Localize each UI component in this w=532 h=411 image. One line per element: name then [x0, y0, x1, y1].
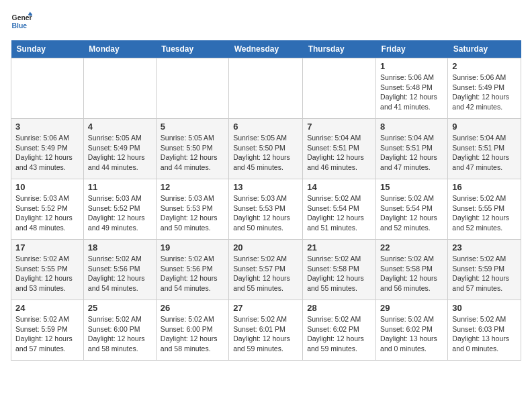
day-info: Sunrise: 5:02 AM Sunset: 5:59 PM Dayligh…	[452, 254, 517, 293]
weekday-friday: Friday	[376, 40, 448, 58]
day-number: 6	[233, 122, 298, 132]
day-number: 22	[380, 242, 443, 253]
calendar-cell: 1Sunrise: 5:06 AM Sunset: 5:48 PM Daylig…	[376, 58, 448, 119]
day-info: Sunrise: 5:02 AM Sunset: 5:56 PM Dayligh…	[161, 254, 224, 293]
logo-icon: General Blue	[11, 11, 32, 32]
weekday-tuesday: Tuesday	[156, 40, 228, 58]
day-number: 5	[161, 122, 224, 132]
calendar-cell	[229, 58, 303, 119]
day-info: Sunrise: 5:02 AM Sunset: 6:01 PM Dayligh…	[233, 314, 298, 354]
day-number: 18	[88, 242, 152, 253]
day-info: Sunrise: 5:04 AM Sunset: 5:51 PM Dayligh…	[452, 133, 517, 173]
calendar-cell: 7Sunrise: 5:04 AM Sunset: 5:51 PM Daylig…	[303, 119, 376, 179]
calendar-table: SundayMondayTuesdayWednesdayThursdayFrid…	[11, 40, 521, 361]
day-info: Sunrise: 5:06 AM Sunset: 5:49 PM Dayligh…	[15, 133, 79, 173]
calendar-cell: 24Sunrise: 5:02 AM Sunset: 5:59 PM Dayli…	[11, 300, 84, 361]
calendar-cell: 22Sunrise: 5:02 AM Sunset: 5:58 PM Dayli…	[376, 240, 448, 300]
day-number: 21	[307, 242, 371, 253]
calendar-cell	[83, 58, 156, 119]
day-number: 16	[452, 182, 517, 192]
day-number: 1	[380, 61, 443, 71]
calendar-cell: 17Sunrise: 5:02 AM Sunset: 5:55 PM Dayli…	[11, 240, 84, 300]
day-info: Sunrise: 5:03 AM Sunset: 5:52 PM Dayligh…	[15, 193, 79, 233]
calendar-cell: 29Sunrise: 5:02 AM Sunset: 6:02 PM Dayli…	[376, 300, 448, 361]
calendar-cell: 19Sunrise: 5:02 AM Sunset: 5:56 PM Dayli…	[156, 240, 228, 300]
calendar-week-4: 17Sunrise: 5:02 AM Sunset: 5:55 PM Dayli…	[11, 240, 521, 300]
calendar-cell: 21Sunrise: 5:02 AM Sunset: 5:58 PM Dayli…	[303, 240, 376, 300]
day-info: Sunrise: 5:04 AM Sunset: 5:51 PM Dayligh…	[380, 133, 443, 173]
day-number: 20	[233, 242, 298, 253]
calendar-cell: 8Sunrise: 5:04 AM Sunset: 5:51 PM Daylig…	[376, 119, 448, 179]
svg-text:Blue: Blue	[12, 22, 28, 30]
day-info: Sunrise: 5:02 AM Sunset: 5:55 PM Dayligh…	[15, 254, 79, 293]
day-number: 3	[15, 122, 79, 132]
day-number: 25	[88, 303, 152, 313]
day-number: 19	[161, 242, 224, 253]
calendar-cell: 16Sunrise: 5:02 AM Sunset: 5:55 PM Dayli…	[448, 179, 521, 240]
calendar-cell: 3Sunrise: 5:06 AM Sunset: 5:49 PM Daylig…	[11, 119, 84, 179]
day-info: Sunrise: 5:03 AM Sunset: 5:53 PM Dayligh…	[161, 193, 224, 233]
calendar-cell: 26Sunrise: 5:02 AM Sunset: 6:00 PM Dayli…	[156, 300, 228, 361]
day-number: 2	[452, 61, 517, 71]
calendar-cell: 2Sunrise: 5:06 AM Sunset: 5:49 PM Daylig…	[448, 58, 521, 119]
day-info: Sunrise: 5:03 AM Sunset: 5:52 PM Dayligh…	[88, 193, 152, 233]
page-header: General Blue	[11, 11, 521, 32]
day-info: Sunrise: 5:02 AM Sunset: 6:02 PM Dayligh…	[307, 314, 371, 354]
day-info: Sunrise: 5:02 AM Sunset: 5:56 PM Dayligh…	[88, 254, 152, 293]
calendar-week-2: 3Sunrise: 5:06 AM Sunset: 5:49 PM Daylig…	[11, 119, 521, 179]
calendar-cell: 15Sunrise: 5:02 AM Sunset: 5:54 PM Dayli…	[376, 179, 448, 240]
day-number: 13	[233, 182, 298, 192]
calendar-cell: 6Sunrise: 5:05 AM Sunset: 5:50 PM Daylig…	[229, 119, 303, 179]
calendar-cell: 18Sunrise: 5:02 AM Sunset: 5:56 PM Dayli…	[83, 240, 156, 300]
day-info: Sunrise: 5:02 AM Sunset: 6:00 PM Dayligh…	[161, 314, 224, 354]
day-number: 8	[380, 122, 443, 132]
day-info: Sunrise: 5:02 AM Sunset: 5:55 PM Dayligh…	[452, 193, 517, 233]
calendar-body: 1Sunrise: 5:06 AM Sunset: 5:48 PM Daylig…	[11, 58, 521, 361]
day-number: 11	[88, 182, 152, 192]
calendar-cell: 28Sunrise: 5:02 AM Sunset: 6:02 PM Dayli…	[303, 300, 376, 361]
calendar-cell: 30Sunrise: 5:02 AM Sunset: 6:03 PM Dayli…	[448, 300, 521, 361]
calendar-cell	[11, 58, 84, 119]
day-number: 7	[307, 122, 371, 132]
day-number: 27	[233, 303, 298, 313]
day-number: 17	[15, 242, 79, 253]
calendar-cell: 25Sunrise: 5:02 AM Sunset: 6:00 PM Dayli…	[83, 300, 156, 361]
weekday-row: SundayMondayTuesdayWednesdayThursdayFrid…	[11, 40, 521, 58]
day-info: Sunrise: 5:03 AM Sunset: 5:53 PM Dayligh…	[233, 193, 298, 233]
weekday-wednesday: Wednesday	[229, 40, 303, 58]
day-number: 9	[452, 122, 517, 132]
day-number: 14	[307, 182, 371, 192]
day-info: Sunrise: 5:06 AM Sunset: 5:49 PM Dayligh…	[452, 73, 517, 112]
calendar-cell: 9Sunrise: 5:04 AM Sunset: 5:51 PM Daylig…	[448, 119, 521, 179]
calendar-cell: 10Sunrise: 5:03 AM Sunset: 5:52 PM Dayli…	[11, 179, 84, 240]
calendar-week-3: 10Sunrise: 5:03 AM Sunset: 5:52 PM Dayli…	[11, 179, 521, 240]
day-info: Sunrise: 5:02 AM Sunset: 6:02 PM Dayligh…	[380, 314, 443, 354]
calendar-week-1: 1Sunrise: 5:06 AM Sunset: 5:48 PM Daylig…	[11, 58, 521, 119]
calendar-week-5: 24Sunrise: 5:02 AM Sunset: 5:59 PM Dayli…	[11, 300, 521, 361]
day-info: Sunrise: 5:05 AM Sunset: 5:50 PM Dayligh…	[233, 133, 298, 173]
day-info: Sunrise: 5:05 AM Sunset: 5:49 PM Dayligh…	[88, 133, 152, 173]
day-number: 10	[15, 182, 79, 192]
day-info: Sunrise: 5:06 AM Sunset: 5:48 PM Dayligh…	[380, 73, 443, 112]
calendar-cell	[303, 58, 376, 119]
day-info: Sunrise: 5:04 AM Sunset: 5:51 PM Dayligh…	[307, 133, 371, 173]
weekday-sunday: Sunday	[11, 40, 84, 58]
day-info: Sunrise: 5:02 AM Sunset: 6:03 PM Dayligh…	[452, 314, 517, 354]
day-number: 29	[380, 303, 443, 313]
calendar-cell: 20Sunrise: 5:02 AM Sunset: 5:57 PM Dayli…	[229, 240, 303, 300]
calendar-cell: 14Sunrise: 5:02 AM Sunset: 5:54 PM Dayli…	[303, 179, 376, 240]
day-info: Sunrise: 5:02 AM Sunset: 5:57 PM Dayligh…	[233, 254, 298, 293]
day-info: Sunrise: 5:02 AM Sunset: 6:00 PM Dayligh…	[88, 314, 152, 354]
day-number: 30	[452, 303, 517, 313]
svg-text:General: General	[12, 14, 32, 21]
calendar-cell: 13Sunrise: 5:03 AM Sunset: 5:53 PM Dayli…	[229, 179, 303, 240]
logo: General Blue	[11, 11, 35, 32]
calendar-header: SundayMondayTuesdayWednesdayThursdayFrid…	[11, 40, 521, 58]
day-number: 4	[88, 122, 152, 132]
calendar-cell: 11Sunrise: 5:03 AM Sunset: 5:52 PM Dayli…	[83, 179, 156, 240]
day-number: 12	[161, 182, 224, 192]
day-number: 28	[307, 303, 371, 313]
calendar-cell: 5Sunrise: 5:05 AM Sunset: 5:50 PM Daylig…	[156, 119, 228, 179]
calendar-cell: 27Sunrise: 5:02 AM Sunset: 6:01 PM Dayli…	[229, 300, 303, 361]
calendar-cell: 12Sunrise: 5:03 AM Sunset: 5:53 PM Dayli…	[156, 179, 228, 240]
